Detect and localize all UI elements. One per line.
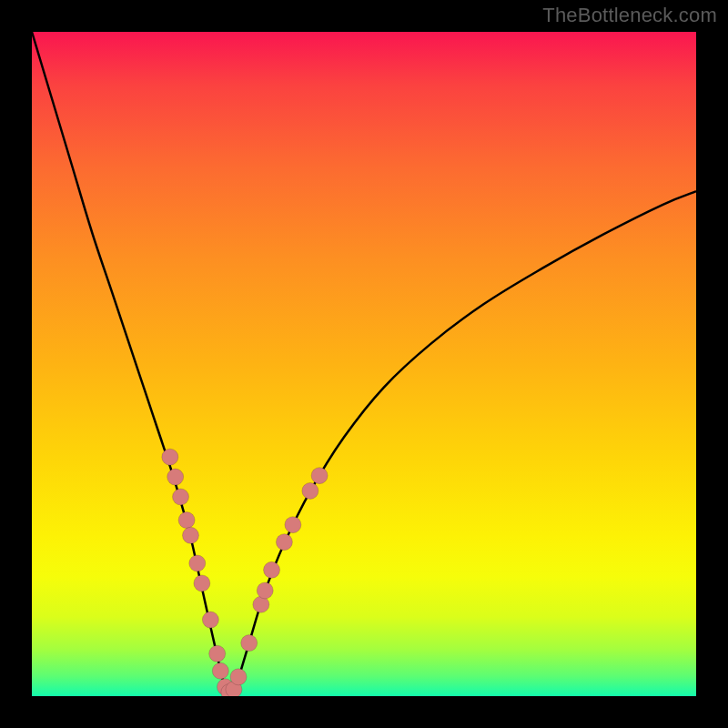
data-marker xyxy=(276,534,292,551)
data-marker xyxy=(302,482,318,499)
data-marker xyxy=(264,561,280,578)
data-marker xyxy=(311,468,328,484)
data-marker xyxy=(178,512,195,529)
data-marker xyxy=(189,555,206,571)
chart-container: TheBottleneck.com xyxy=(0,0,728,728)
data-marker xyxy=(194,575,210,592)
data-marker xyxy=(230,669,247,685)
chart-svg xyxy=(32,32,696,696)
data-marker xyxy=(167,469,184,485)
curve-line xyxy=(32,32,696,693)
data-marker xyxy=(285,517,301,533)
data-marker xyxy=(173,489,189,505)
data-marker xyxy=(257,582,273,599)
watermark-label: TheBottleneck.com xyxy=(542,4,717,27)
data-marker xyxy=(182,527,198,543)
data-marker xyxy=(162,449,178,465)
data-marker xyxy=(209,645,226,662)
data-marker xyxy=(212,662,228,679)
data-marker xyxy=(241,635,258,652)
plot-area xyxy=(32,32,696,696)
data-marker xyxy=(202,612,218,628)
